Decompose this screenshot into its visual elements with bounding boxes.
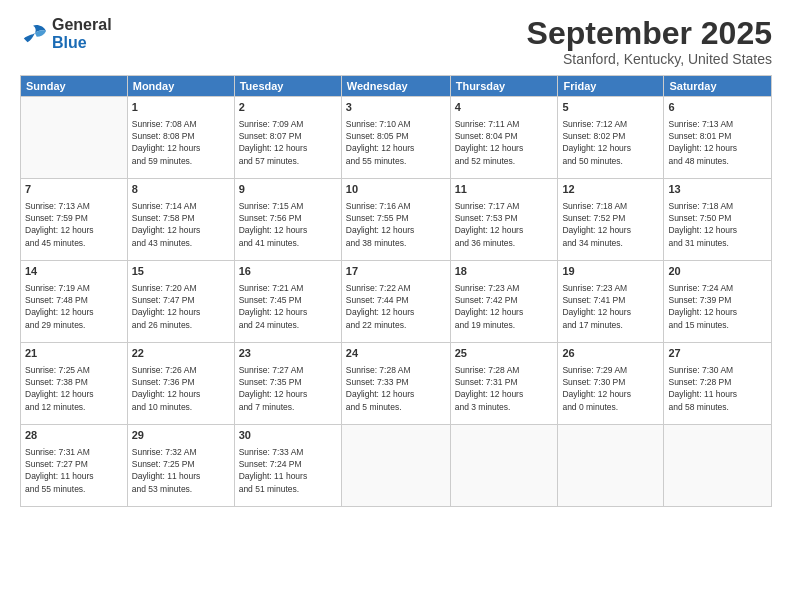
day-cell: 30Sunrise: 7:33 AMSunset: 7:24 PMDayligh… (234, 425, 341, 507)
day-number: 10 (346, 182, 446, 197)
day-cell (341, 425, 450, 507)
day-info: Sunrise: 7:20 AMSunset: 7:47 PMDaylight:… (132, 282, 230, 331)
day-cell: 23Sunrise: 7:27 AMSunset: 7:35 PMDayligh… (234, 343, 341, 425)
day-cell: 6Sunrise: 7:13 AMSunset: 8:01 PMDaylight… (664, 97, 772, 179)
day-info: Sunrise: 7:22 AMSunset: 7:44 PMDaylight:… (346, 282, 446, 331)
day-info: Sunrise: 7:16 AMSunset: 7:55 PMDaylight:… (346, 200, 446, 249)
day-cell: 17Sunrise: 7:22 AMSunset: 7:44 PMDayligh… (341, 261, 450, 343)
day-number: 2 (239, 100, 337, 115)
day-number: 5 (562, 100, 659, 115)
day-cell: 26Sunrise: 7:29 AMSunset: 7:30 PMDayligh… (558, 343, 664, 425)
day-cell: 7Sunrise: 7:13 AMSunset: 7:59 PMDaylight… (21, 179, 128, 261)
day-info: Sunrise: 7:18 AMSunset: 7:52 PMDaylight:… (562, 200, 659, 249)
day-cell: 13Sunrise: 7:18 AMSunset: 7:50 PMDayligh… (664, 179, 772, 261)
header-cell-sunday: Sunday (21, 76, 128, 97)
day-info: Sunrise: 7:26 AMSunset: 7:36 PMDaylight:… (132, 364, 230, 413)
calendar-table: SundayMondayTuesdayWednesdayThursdayFrid… (20, 75, 772, 507)
day-cell: 24Sunrise: 7:28 AMSunset: 7:33 PMDayligh… (341, 343, 450, 425)
header-cell-tuesday: Tuesday (234, 76, 341, 97)
day-info: Sunrise: 7:12 AMSunset: 8:02 PMDaylight:… (562, 118, 659, 167)
day-number: 24 (346, 346, 446, 361)
week-row-4: 21Sunrise: 7:25 AMSunset: 7:38 PMDayligh… (21, 343, 772, 425)
day-number: 11 (455, 182, 554, 197)
day-number: 19 (562, 264, 659, 279)
header-cell-wednesday: Wednesday (341, 76, 450, 97)
day-info: Sunrise: 7:14 AMSunset: 7:58 PMDaylight:… (132, 200, 230, 249)
day-info: Sunrise: 7:17 AMSunset: 7:53 PMDaylight:… (455, 200, 554, 249)
day-cell (450, 425, 558, 507)
day-cell: 12Sunrise: 7:18 AMSunset: 7:52 PMDayligh… (558, 179, 664, 261)
day-cell: 27Sunrise: 7:30 AMSunset: 7:28 PMDayligh… (664, 343, 772, 425)
day-number: 1 (132, 100, 230, 115)
day-info: Sunrise: 7:23 AMSunset: 7:42 PMDaylight:… (455, 282, 554, 331)
day-cell: 22Sunrise: 7:26 AMSunset: 7:36 PMDayligh… (127, 343, 234, 425)
day-number: 6 (668, 100, 767, 115)
day-info: Sunrise: 7:08 AMSunset: 8:08 PMDaylight:… (132, 118, 230, 167)
week-row-5: 28Sunrise: 7:31 AMSunset: 7:27 PMDayligh… (21, 425, 772, 507)
day-cell: 20Sunrise: 7:24 AMSunset: 7:39 PMDayligh… (664, 261, 772, 343)
day-cell: 1Sunrise: 7:08 AMSunset: 8:08 PMDaylight… (127, 97, 234, 179)
day-number: 21 (25, 346, 123, 361)
day-info: Sunrise: 7:28 AMSunset: 7:33 PMDaylight:… (346, 364, 446, 413)
day-cell: 2Sunrise: 7:09 AMSunset: 8:07 PMDaylight… (234, 97, 341, 179)
day-number: 25 (455, 346, 554, 361)
day-info: Sunrise: 7:30 AMSunset: 7:28 PMDaylight:… (668, 364, 767, 413)
day-number: 8 (132, 182, 230, 197)
day-cell (664, 425, 772, 507)
day-number: 20 (668, 264, 767, 279)
day-cell (21, 97, 128, 179)
header-cell-friday: Friday (558, 76, 664, 97)
header-cell-thursday: Thursday (450, 76, 558, 97)
day-number: 12 (562, 182, 659, 197)
day-cell: 16Sunrise: 7:21 AMSunset: 7:45 PMDayligh… (234, 261, 341, 343)
day-info: Sunrise: 7:13 AMSunset: 7:59 PMDaylight:… (25, 200, 123, 249)
day-number: 4 (455, 100, 554, 115)
header-row: SundayMondayTuesdayWednesdayThursdayFrid… (21, 76, 772, 97)
logo-text: General Blue (52, 16, 112, 51)
day-info: Sunrise: 7:11 AMSunset: 8:04 PMDaylight:… (455, 118, 554, 167)
day-cell: 4Sunrise: 7:11 AMSunset: 8:04 PMDaylight… (450, 97, 558, 179)
day-info: Sunrise: 7:21 AMSunset: 7:45 PMDaylight:… (239, 282, 337, 331)
day-cell: 29Sunrise: 7:32 AMSunset: 7:25 PMDayligh… (127, 425, 234, 507)
day-info: Sunrise: 7:31 AMSunset: 7:27 PMDaylight:… (25, 446, 123, 495)
month-title: September 2025 (527, 16, 772, 51)
day-info: Sunrise: 7:19 AMSunset: 7:48 PMDaylight:… (25, 282, 123, 331)
day-number: 7 (25, 182, 123, 197)
day-cell: 10Sunrise: 7:16 AMSunset: 7:55 PMDayligh… (341, 179, 450, 261)
week-row-3: 14Sunrise: 7:19 AMSunset: 7:48 PMDayligh… (21, 261, 772, 343)
day-cell: 9Sunrise: 7:15 AMSunset: 7:56 PMDaylight… (234, 179, 341, 261)
day-number: 16 (239, 264, 337, 279)
day-number: 3 (346, 100, 446, 115)
location-title: Stanford, Kentucky, United States (527, 51, 772, 67)
day-info: Sunrise: 7:33 AMSunset: 7:24 PMDaylight:… (239, 446, 337, 495)
day-number: 15 (132, 264, 230, 279)
day-info: Sunrise: 7:09 AMSunset: 8:07 PMDaylight:… (239, 118, 337, 167)
day-info: Sunrise: 7:15 AMSunset: 7:56 PMDaylight:… (239, 200, 337, 249)
day-number: 28 (25, 428, 123, 443)
day-number: 30 (239, 428, 337, 443)
day-cell: 28Sunrise: 7:31 AMSunset: 7:27 PMDayligh… (21, 425, 128, 507)
day-cell: 19Sunrise: 7:23 AMSunset: 7:41 PMDayligh… (558, 261, 664, 343)
day-info: Sunrise: 7:24 AMSunset: 7:39 PMDaylight:… (668, 282, 767, 331)
day-cell: 5Sunrise: 7:12 AMSunset: 8:02 PMDaylight… (558, 97, 664, 179)
day-number: 22 (132, 346, 230, 361)
week-row-1: 1Sunrise: 7:08 AMSunset: 8:08 PMDaylight… (21, 97, 772, 179)
day-info: Sunrise: 7:18 AMSunset: 7:50 PMDaylight:… (668, 200, 767, 249)
day-number: 26 (562, 346, 659, 361)
header-cell-monday: Monday (127, 76, 234, 97)
logo: General Blue (20, 16, 112, 51)
day-number: 18 (455, 264, 554, 279)
day-info: Sunrise: 7:28 AMSunset: 7:31 PMDaylight:… (455, 364, 554, 413)
day-info: Sunrise: 7:13 AMSunset: 8:01 PMDaylight:… (668, 118, 767, 167)
day-number: 23 (239, 346, 337, 361)
day-cell: 14Sunrise: 7:19 AMSunset: 7:48 PMDayligh… (21, 261, 128, 343)
day-cell: 3Sunrise: 7:10 AMSunset: 8:05 PMDaylight… (341, 97, 450, 179)
day-info: Sunrise: 7:27 AMSunset: 7:35 PMDaylight:… (239, 364, 337, 413)
logo-icon (20, 22, 48, 46)
day-cell: 11Sunrise: 7:17 AMSunset: 7:53 PMDayligh… (450, 179, 558, 261)
day-info: Sunrise: 7:23 AMSunset: 7:41 PMDaylight:… (562, 282, 659, 331)
page: General Blue September 2025 Stanford, Ke… (0, 0, 792, 612)
day-cell: 8Sunrise: 7:14 AMSunset: 7:58 PMDaylight… (127, 179, 234, 261)
day-number: 14 (25, 264, 123, 279)
day-number: 27 (668, 346, 767, 361)
